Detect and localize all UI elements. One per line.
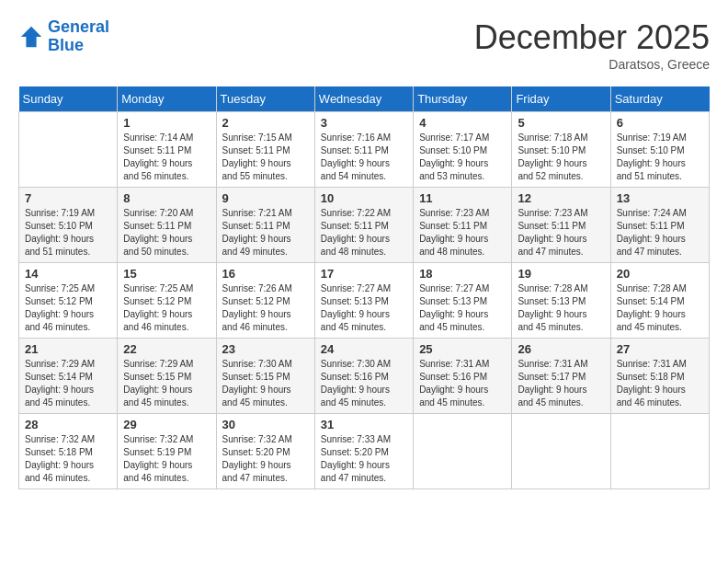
day-number: 18 bbox=[419, 267, 506, 281]
calendar-cell: 4Sunrise: 7:17 AM Sunset: 5:10 PM Daylig… bbox=[414, 112, 512, 188]
calendar-cell: 28Sunrise: 7:32 AM Sunset: 5:18 PM Dayli… bbox=[19, 414, 118, 489]
day-info: Sunrise: 7:33 AM Sunset: 5:20 PM Dayligh… bbox=[321, 433, 407, 485]
calendar-cell: 31Sunrise: 7:33 AM Sunset: 5:20 PM Dayli… bbox=[314, 414, 413, 489]
day-info: Sunrise: 7:17 AM Sunset: 5:10 PM Dayligh… bbox=[419, 132, 506, 183]
calendar-cell: 23Sunrise: 7:30 AM Sunset: 5:15 PM Dayli… bbox=[216, 339, 314, 414]
day-info: Sunrise: 7:23 AM Sunset: 5:11 PM Dayligh… bbox=[518, 207, 604, 259]
day-info: Sunrise: 7:23 AM Sunset: 5:11 PM Dayligh… bbox=[419, 207, 506, 259]
calendar-cell: 5Sunrise: 7:18 AM Sunset: 5:10 PM Daylig… bbox=[512, 112, 610, 188]
day-number: 8 bbox=[123, 191, 210, 205]
day-number: 23 bbox=[222, 342, 309, 356]
day-info: Sunrise: 7:25 AM Sunset: 5:12 PM Dayligh… bbox=[25, 282, 111, 334]
day-number: 16 bbox=[222, 267, 309, 281]
weekday-header-saturday: Saturday bbox=[610, 86, 709, 112]
page-header: General Blue December 2025 Daratsos, Gre… bbox=[18, 18, 710, 72]
calendar-cell: 15Sunrise: 7:25 AM Sunset: 5:12 PM Dayli… bbox=[118, 263, 216, 339]
day-info: Sunrise: 7:30 AM Sunset: 5:15 PM Dayligh… bbox=[222, 358, 309, 409]
day-info: Sunrise: 7:24 AM Sunset: 5:11 PM Dayligh… bbox=[617, 207, 703, 259]
day-number: 13 bbox=[617, 191, 703, 205]
calendar-cell bbox=[512, 414, 610, 489]
weekday-header-wednesday: Wednesday bbox=[314, 86, 413, 112]
day-number: 21 bbox=[25, 342, 111, 356]
day-number: 4 bbox=[419, 116, 506, 130]
day-number: 2 bbox=[222, 116, 309, 130]
day-info: Sunrise: 7:29 AM Sunset: 5:14 PM Dayligh… bbox=[25, 358, 111, 409]
calendar-cell: 24Sunrise: 7:30 AM Sunset: 5:16 PM Dayli… bbox=[314, 339, 413, 414]
day-info: Sunrise: 7:20 AM Sunset: 5:11 PM Dayligh… bbox=[123, 207, 210, 259]
day-number: 11 bbox=[419, 191, 506, 205]
logo: General Blue bbox=[18, 18, 109, 55]
day-number: 24 bbox=[321, 342, 407, 356]
weekday-header-monday: Monday bbox=[118, 86, 216, 112]
day-info: Sunrise: 7:27 AM Sunset: 5:13 PM Dayligh… bbox=[419, 282, 506, 334]
weekday-header-row: SundayMondayTuesdayWednesdayThursdayFrid… bbox=[19, 86, 710, 112]
day-info: Sunrise: 7:22 AM Sunset: 5:11 PM Dayligh… bbox=[321, 207, 407, 259]
logo-icon bbox=[18, 24, 44, 50]
calendar-week-row: 28Sunrise: 7:32 AM Sunset: 5:18 PM Dayli… bbox=[19, 414, 710, 489]
calendar-cell: 29Sunrise: 7:32 AM Sunset: 5:19 PM Dayli… bbox=[118, 414, 216, 489]
calendar-cell: 21Sunrise: 7:29 AM Sunset: 5:14 PM Dayli… bbox=[19, 339, 118, 414]
calendar-cell: 19Sunrise: 7:28 AM Sunset: 5:13 PM Dayli… bbox=[512, 263, 610, 339]
day-number: 1 bbox=[123, 116, 210, 130]
day-info: Sunrise: 7:32 AM Sunset: 5:18 PM Dayligh… bbox=[25, 433, 111, 485]
day-info: Sunrise: 7:19 AM Sunset: 5:10 PM Dayligh… bbox=[617, 132, 703, 183]
calendar-cell: 12Sunrise: 7:23 AM Sunset: 5:11 PM Dayli… bbox=[512, 188, 610, 263]
calendar-cell: 8Sunrise: 7:20 AM Sunset: 5:11 PM Daylig… bbox=[118, 188, 216, 263]
day-info: Sunrise: 7:14 AM Sunset: 5:11 PM Dayligh… bbox=[123, 132, 210, 183]
weekday-header-friday: Friday bbox=[512, 86, 610, 112]
day-number: 15 bbox=[123, 267, 210, 281]
day-info: Sunrise: 7:28 AM Sunset: 5:14 PM Dayligh… bbox=[617, 282, 703, 334]
calendar-cell: 16Sunrise: 7:26 AM Sunset: 5:12 PM Dayli… bbox=[216, 263, 314, 339]
weekday-header-tuesday: Tuesday bbox=[216, 86, 314, 112]
day-info: Sunrise: 7:29 AM Sunset: 5:15 PM Dayligh… bbox=[123, 358, 210, 409]
calendar-cell bbox=[19, 112, 118, 188]
calendar-cell: 26Sunrise: 7:31 AM Sunset: 5:17 PM Dayli… bbox=[512, 339, 610, 414]
day-info: Sunrise: 7:32 AM Sunset: 5:19 PM Dayligh… bbox=[123, 433, 210, 485]
day-info: Sunrise: 7:21 AM Sunset: 5:11 PM Dayligh… bbox=[222, 207, 309, 259]
day-info: Sunrise: 7:31 AM Sunset: 5:18 PM Dayligh… bbox=[617, 358, 703, 409]
day-info: Sunrise: 7:31 AM Sunset: 5:16 PM Dayligh… bbox=[419, 358, 506, 409]
svg-marker-0 bbox=[21, 27, 41, 47]
calendar-cell: 1Sunrise: 7:14 AM Sunset: 5:11 PM Daylig… bbox=[118, 112, 216, 188]
day-number: 25 bbox=[419, 342, 506, 356]
calendar-table: SundayMondayTuesdayWednesdayThursdayFrid… bbox=[18, 86, 710, 489]
calendar-week-row: 21Sunrise: 7:29 AM Sunset: 5:14 PM Dayli… bbox=[19, 339, 710, 414]
calendar-cell: 2Sunrise: 7:15 AM Sunset: 5:11 PM Daylig… bbox=[216, 112, 314, 188]
day-number: 26 bbox=[518, 342, 604, 356]
calendar-cell: 30Sunrise: 7:32 AM Sunset: 5:20 PM Dayli… bbox=[216, 414, 314, 489]
day-number: 22 bbox=[123, 342, 210, 356]
day-info: Sunrise: 7:30 AM Sunset: 5:16 PM Dayligh… bbox=[321, 358, 407, 409]
calendar-cell bbox=[414, 414, 512, 489]
calendar-week-row: 14Sunrise: 7:25 AM Sunset: 5:12 PM Dayli… bbox=[19, 263, 710, 339]
day-info: Sunrise: 7:16 AM Sunset: 5:11 PM Dayligh… bbox=[321, 132, 407, 183]
day-info: Sunrise: 7:15 AM Sunset: 5:11 PM Dayligh… bbox=[222, 132, 309, 183]
day-number: 6 bbox=[617, 116, 703, 130]
day-number: 31 bbox=[321, 418, 407, 431]
day-number: 10 bbox=[321, 191, 407, 205]
calendar-cell: 13Sunrise: 7:24 AM Sunset: 5:11 PM Dayli… bbox=[610, 188, 709, 263]
calendar-cell: 20Sunrise: 7:28 AM Sunset: 5:14 PM Dayli… bbox=[610, 263, 709, 339]
location: Daratsos, Greece bbox=[474, 57, 710, 72]
calendar-cell: 11Sunrise: 7:23 AM Sunset: 5:11 PM Dayli… bbox=[414, 188, 512, 263]
day-number: 3 bbox=[321, 116, 407, 130]
day-number: 5 bbox=[518, 116, 604, 130]
day-number: 20 bbox=[617, 267, 703, 281]
day-number: 27 bbox=[617, 342, 703, 356]
day-number: 12 bbox=[518, 191, 604, 205]
day-info: Sunrise: 7:19 AM Sunset: 5:10 PM Dayligh… bbox=[25, 207, 111, 259]
title-section: December 2025 Daratsos, Greece bbox=[474, 18, 710, 72]
day-info: Sunrise: 7:32 AM Sunset: 5:20 PM Dayligh… bbox=[222, 433, 309, 485]
calendar-cell: 14Sunrise: 7:25 AM Sunset: 5:12 PM Dayli… bbox=[19, 263, 118, 339]
day-number: 9 bbox=[222, 191, 309, 205]
day-info: Sunrise: 7:18 AM Sunset: 5:10 PM Dayligh… bbox=[518, 132, 604, 183]
day-number: 19 bbox=[518, 267, 604, 281]
logo-text: General Blue bbox=[48, 18, 109, 55]
calendar-cell: 22Sunrise: 7:29 AM Sunset: 5:15 PM Dayli… bbox=[118, 339, 216, 414]
calendar-cell: 18Sunrise: 7:27 AM Sunset: 5:13 PM Dayli… bbox=[414, 263, 512, 339]
calendar-cell: 6Sunrise: 7:19 AM Sunset: 5:10 PM Daylig… bbox=[610, 112, 709, 188]
day-number: 7 bbox=[25, 191, 111, 205]
weekday-header-thursday: Thursday bbox=[414, 86, 512, 112]
calendar-cell bbox=[610, 414, 709, 489]
calendar-cell: 17Sunrise: 7:27 AM Sunset: 5:13 PM Dayli… bbox=[314, 263, 413, 339]
calendar-week-row: 7Sunrise: 7:19 AM Sunset: 5:10 PM Daylig… bbox=[19, 188, 710, 263]
